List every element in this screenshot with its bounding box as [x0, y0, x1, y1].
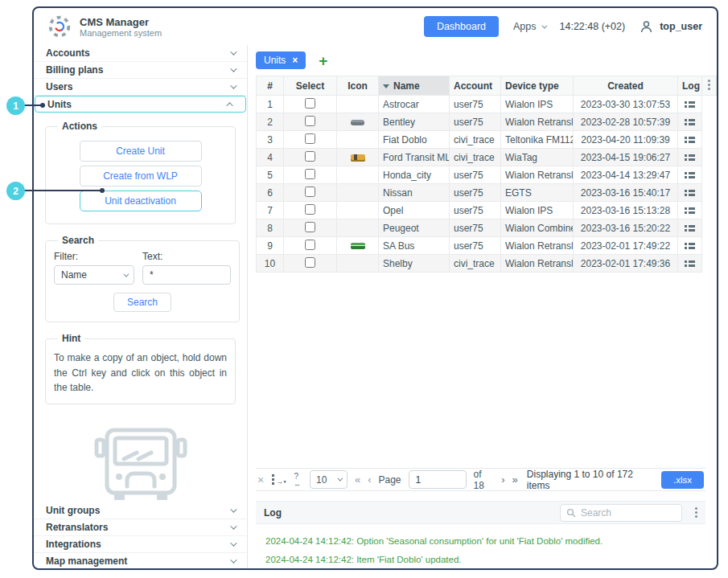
table-menu-icon[interactable]	[702, 76, 717, 96]
col-number[interactable]: #	[257, 76, 284, 96]
log-icon	[685, 118, 695, 125]
unit-name: Astrocar	[379, 96, 450, 113]
sidebar-item-billing-plans[interactable]: Billing plans	[34, 62, 247, 79]
row-log-button[interactable]	[678, 202, 702, 219]
chevron-down-icon	[337, 476, 343, 482]
table-row[interactable]: 7 Opel user75 Wialon IPS 2023-03-16 15:1…	[257, 202, 717, 219]
unit-account: user75	[450, 202, 501, 219]
row-checkbox[interactable]	[305, 240, 315, 250]
row-checkbox[interactable]	[305, 98, 315, 109]
sidebar-item-integrations[interactable]: Integrations	[34, 536, 247, 553]
bus-front-icon	[45, 425, 236, 502]
red-car-icon	[354, 133, 361, 146]
sidebar-item-map-management[interactable]: Map management	[34, 553, 247, 568]
table-row[interactable]: 4 Ford Transit MLT2 civi_trace WiaTag 20…	[257, 149, 717, 166]
log-entry: 2024-04-24 14:12:42: Option 'Seasonal co…	[265, 532, 704, 550]
user-menu[interactable]: top_user	[640, 20, 702, 34]
row-checkbox[interactable]	[305, 116, 315, 126]
table-row[interactable]: 10 Shelby civi_trace Wialon Retranslator…	[257, 255, 717, 273]
row-log-button[interactable]	[678, 219, 702, 237]
row-checkbox[interactable]	[305, 257, 315, 268]
first-page-icon[interactable]: «	[355, 473, 360, 486]
sidebar-item-users[interactable]: Users	[34, 79, 247, 96]
row-log-button[interactable]	[678, 255, 702, 273]
chevron-up-icon	[226, 102, 232, 109]
unit-created: 2023-04-15 19:06:27	[574, 149, 678, 166]
table-row[interactable]: 6 Nissan user75 EGTS 2023-03-16 15:40:17	[257, 184, 717, 202]
sidebar-item-label: Billing plans	[46, 64, 103, 76]
create-from-wlp-button[interactable]: Create from WLP	[80, 166, 202, 187]
units-panel: Actions Create UnitCreate from WLPUnit d…	[34, 113, 247, 502]
prev-page-icon[interactable]: ‹	[368, 473, 371, 486]
sidebar-item-units[interactable]: Units	[35, 96, 246, 113]
create-unit-button[interactable]: Create Unit	[80, 141, 202, 162]
col-icon[interactable]: Icon	[337, 76, 379, 96]
last-page-icon[interactable]: »	[512, 473, 518, 486]
col-log[interactable]: Log	[678, 76, 702, 96]
sidebar-item-unit-groups[interactable]: Unit groups	[34, 502, 247, 519]
log-menu-icon[interactable]	[695, 507, 697, 510]
row-log-button[interactable]	[678, 184, 702, 202]
table-row[interactable]: 1 Astrocar user75 Wialon IPS 2023-03-30 …	[257, 96, 717, 113]
sidebar-item-accounts[interactable]: Accounts	[34, 45, 247, 62]
row-checkbox[interactable]	[305, 222, 315, 232]
col-created[interactable]: Created	[574, 76, 678, 96]
row-log-button[interactable]	[678, 149, 702, 166]
row-checkbox[interactable]	[305, 187, 315, 197]
actions-legend: Actions	[58, 121, 101, 132]
brand: CMS Manager Management system	[47, 14, 162, 39]
log-search-input[interactable]	[581, 507, 669, 519]
row-log-button[interactable]	[678, 113, 702, 131]
search-button[interactable]: Search	[113, 293, 171, 312]
col-device-type[interactable]: Device type	[501, 76, 574, 96]
col-name-sorted[interactable]: Name	[379, 76, 450, 96]
page-size-select[interactable]: 10	[310, 470, 348, 489]
unit-deactivation-button[interactable]: Unit deactivation	[80, 191, 202, 211]
unit-name: Bentley	[379, 113, 450, 131]
sidebar-item-retranslators[interactable]: Retranslators	[34, 519, 247, 536]
row-checkbox[interactable]	[305, 204, 315, 215]
displaying-status: Displaying 1 to 10 of 172 items	[527, 469, 654, 491]
row-log-button[interactable]	[678, 131, 702, 149]
row-checkbox[interactable]	[305, 169, 315, 179]
add-tab-icon[interactable]: +	[319, 53, 327, 68]
page-count-label: of 18	[474, 469, 495, 491]
table-row[interactable]: 5 Honda_city user75 Wialon Retranslator …	[257, 166, 717, 184]
row-checkbox[interactable]	[305, 133, 315, 144]
text-label: Text:	[142, 251, 231, 262]
col-account[interactable]: Account	[450, 76, 501, 96]
search-icon	[566, 508, 576, 518]
export-xlsx-button[interactable]: .xlsx	[661, 471, 704, 489]
filter-select[interactable]: Name	[54, 265, 134, 285]
apps-menu[interactable]: Apps	[513, 21, 545, 32]
row-checkbox[interactable]	[305, 151, 315, 162]
auto-width-icon[interactable]: ?↔	[291, 473, 302, 486]
row-number: 8	[257, 219, 284, 237]
log-entry: 2024-04-24 14:12:42: Item 'Fiat Doblo' u…	[265, 551, 704, 568]
row-log-button[interactable]	[678, 166, 702, 184]
table-row[interactable]: 2 Bentley user75 Wialon Retranslator 202…	[257, 113, 717, 131]
clear-selection-icon[interactable]: ×	[257, 473, 264, 486]
table-row[interactable]: 3 Fiat Doblo civi_trace Teltonika FM1120…	[257, 131, 717, 149]
table-row[interactable]: 8 Peugeot user75 Wialon Combine 2023-03-…	[257, 219, 717, 237]
unit-account: user75	[450, 219, 501, 237]
unit-created: 2023-03-16 15:40:17	[574, 184, 678, 202]
log-icon	[685, 100, 695, 108]
search-text-input[interactable]	[142, 265, 231, 285]
dashboard-button[interactable]: Dashboard	[424, 16, 499, 37]
col-select[interactable]: Select	[284, 76, 337, 96]
unit-account: user75	[450, 237, 501, 255]
red-car-icon	[354, 187, 361, 199]
unit-created: 2023-04-14 13:29:47	[574, 166, 678, 184]
tab-units[interactable]: Units ×	[256, 51, 306, 69]
row-log-button[interactable]	[678, 237, 702, 255]
page-number-input[interactable]	[409, 470, 467, 489]
log-panel: Log 2024-04-24 14:12:42: Option 'Seasona…	[256, 501, 705, 568]
apply-to-selected-icon[interactable]: →▪	[271, 474, 283, 486]
next-page-icon[interactable]: ›	[501, 473, 504, 486]
table-row[interactable]: 9 SA Bus user75 Wialon Retranslator 2023…	[257, 237, 717, 255]
row-log-button[interactable]	[678, 96, 702, 113]
close-tab-icon[interactable]: ×	[292, 55, 298, 65]
log-search-box[interactable]	[560, 504, 682, 522]
step-connector-1	[24, 105, 43, 106]
